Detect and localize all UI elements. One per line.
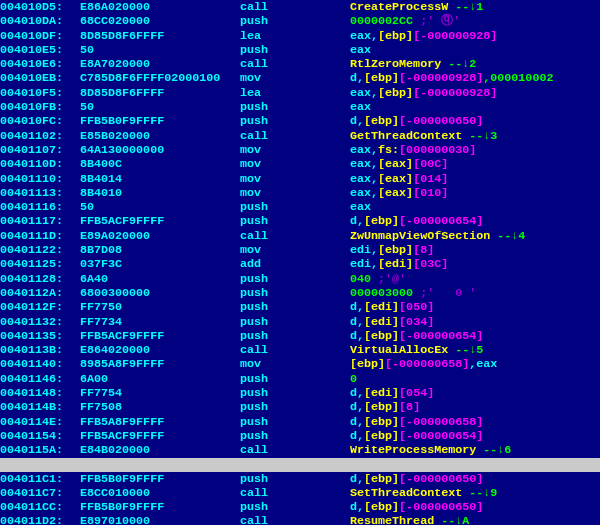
opcode-bytes: 8B4014 [80,172,240,186]
address: 004011CC: [0,500,80,514]
mnemonic: mov [240,143,350,157]
disasm-row: 00401125:037F3Caddedi,[edi][03C] [0,257,600,271]
operands: eax,[eax][014] [350,172,600,186]
mnemonic: push [240,286,350,300]
disasm-row: 00401154:FFB5ACF9FFFFpushd,[ebp][-000000… [0,429,600,443]
opcode-bytes: E86A020000 [80,0,240,14]
opcode-bytes: 50 [80,43,240,57]
opcode-bytes: E85B020000 [80,129,240,143]
address: 00401116: [0,200,80,214]
address: 004010FC: [0,114,80,128]
operands: 0 [350,372,600,386]
address: 004010D5: [0,0,80,14]
operands: 040 ;'@' [350,272,600,286]
disasm-row: 00401148:FF7754pushd,[edi][054] [0,386,600,400]
address: 0040110D: [0,157,80,171]
mnemonic: push [240,114,350,128]
operands: eax,[eax][00C] [350,157,600,171]
address: 00401154: [0,429,80,443]
operands: eax,[ebp][-000000928] [350,86,600,100]
disasm-row: 0040114E:FFB5A8F9FFFFpushd,[ebp][-000000… [0,415,600,429]
mnemonic: push [240,14,350,28]
mnemonic: call [240,343,350,357]
mnemonic: call [240,486,350,500]
opcode-bytes: FFB5B0F9FFFF [80,500,240,514]
opcode-bytes: E8CC010000 [80,486,240,500]
disasm-row: 0040112F:FF7750pushd,[edi][050] [0,300,600,314]
address: 00401102: [0,129,80,143]
mnemonic: call [240,57,350,71]
address: 0040112A: [0,286,80,300]
opcode-bytes: 037F3C [80,257,240,271]
operands: d,[ebp][-000000658] [350,415,600,429]
mnemonic: push [240,415,350,429]
opcode-bytes: 6800300000 [80,286,240,300]
mnemonic: lea [240,29,350,43]
disasm-row: 004010FC:FFB5B0F9FFFFpushd,[ebp][-000000… [0,114,600,128]
disasm-row: 004010DA:68CC020000push0000002CC ;' ⓠ' [0,14,600,28]
opcode-bytes: 8985A8F9FFFF [80,357,240,371]
operands: eax [350,43,600,57]
operands: [ebp][-000000658],eax [350,357,600,371]
operands: edi,[edi][03C] [350,257,600,271]
disasm-row: 004010EB:C785D8F6FFFF02000100movd,[ebp][… [0,71,600,85]
operands: d,[ebp][-000000650] [350,472,600,486]
address: 00401132: [0,315,80,329]
address: 00401110: [0,172,80,186]
address: 004011C1: [0,472,80,486]
disasm-row: 0040115A:E84B020000callWriteProcessMemor… [0,443,600,457]
mnemonic: push [240,472,350,486]
opcode-bytes: FFB5B0F9FFFF [80,114,240,128]
opcode-bytes: 6A00 [80,372,240,386]
address: 00401107: [0,143,80,157]
mnemonic: call [240,0,350,14]
address: 004010F5: [0,86,80,100]
disasm-row: 00401146:6A00push0 [0,372,600,386]
mnemonic: mov [240,186,350,200]
address: 004010DA: [0,14,80,28]
opcode-bytes: FF7754 [80,386,240,400]
disasm-row: 0040114B:FF7508pushd,[ebp][8] [0,400,600,414]
mnemonic: push [240,372,350,386]
disasm-row: 00401102:E85B020000callGetThreadContext … [0,129,600,143]
opcode-bytes: 8D85D8F6FFFF [80,86,240,100]
disasm-row: 004010D5:E86A020000callCreateProcessW --… [0,0,600,14]
mnemonic: mov [240,243,350,257]
address: 0040114B: [0,400,80,414]
opcode-bytes: FFB5A8F9FFFF [80,415,240,429]
disasm-row: 0040111D:E89A020000callZwUnmapViewOfSect… [0,229,600,243]
operands: d,[edi][034] [350,315,600,329]
mnemonic: call [240,514,350,525]
operands: SetThreadContext --↓9 [350,486,600,500]
mnemonic: push [240,300,350,314]
mnemonic: push [240,500,350,514]
disasm-row: 0040110D:8B400Cmoveax,[eax][00C] [0,157,600,171]
address: 0040113B: [0,343,80,357]
disasm-row: 00401140:8985A8F9FFFFmov[ebp][-000000658… [0,357,600,371]
disasm-row: 00401135:FFB5ACF9FFFFpushd,[ebp][-000000… [0,329,600,343]
address: 004010FB: [0,100,80,114]
mnemonic: push [240,214,350,228]
operands: WriteProcessMemory --↓6 [350,443,600,457]
operands: eax,[eax][010] [350,186,600,200]
address: 00401128: [0,272,80,286]
mnemonic: push [240,429,350,443]
mnemonic: push [240,272,350,286]
opcode-bytes: 8D85D8F6FFFF [80,29,240,43]
mnemonic: lea [240,86,350,100]
operands: eax,fs:[000000030] [350,143,600,157]
disasm-row: 004010E5:50pusheax [0,43,600,57]
operands: eax [350,200,600,214]
section-separator [0,458,600,472]
opcode-bytes: FFB5ACF9FFFF [80,329,240,343]
operands: d,[edi][050] [350,300,600,314]
disasm-row: 004010E6:E8A7020000callRtlZeroMemory --↓… [0,57,600,71]
mnemonic: mov [240,357,350,371]
disasm-row: 004010FB:50pusheax [0,100,600,114]
operands: VirtualAllocEx --↓5 [350,343,600,357]
operands: edi,[ebp][8] [350,243,600,257]
disasm-row: 004011CC:FFB5B0F9FFFFpushd,[ebp][-000000… [0,500,600,514]
address: 00401122: [0,243,80,257]
opcode-bytes: 50 [80,200,240,214]
address: 004010EB: [0,71,80,85]
